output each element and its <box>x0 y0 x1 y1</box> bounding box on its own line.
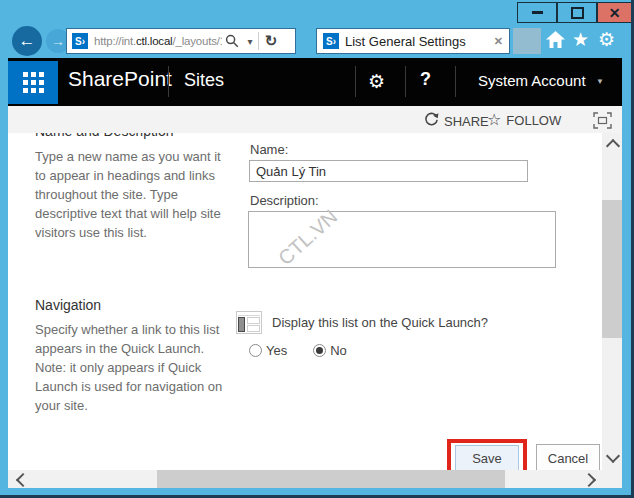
minimize-button[interactable] <box>517 2 557 23</box>
address-dropdown-caret-icon[interactable]: ▾ <box>242 29 258 53</box>
description-field-label: Description: <box>250 193 319 208</box>
focus-on-content-button[interactable] <box>593 112 612 133</box>
new-tab-button[interactable] <box>513 28 541 54</box>
radio-no-icon[interactable] <box>313 344 326 357</box>
radio-no-label: No <box>330 343 347 358</box>
follow-label: FOLLOW <box>506 113 561 128</box>
tab-close-icon[interactable]: ✕ <box>494 35 503 48</box>
name-input[interactable] <box>249 160 528 182</box>
home-icon[interactable] <box>546 31 565 52</box>
app-launcher-button[interactable] <box>8 61 58 104</box>
name-description-help-text: Type a new name as you want it to appear… <box>35 147 232 242</box>
suite-divider <box>405 66 406 97</box>
share-button[interactable]: SHARE <box>424 112 489 130</box>
back-arrow-icon: ← <box>19 31 36 51</box>
forward-arrow-icon: → <box>51 33 65 49</box>
tab-title: List General Settings <box>345 34 494 49</box>
radio-yes-label: Yes <box>266 343 287 358</box>
search-icon[interactable] <box>222 29 242 53</box>
section-heading-name-description: Name and Description <box>35 133 235 141</box>
url-subdomain: int. <box>121 35 136 47</box>
url-text[interactable]: http://int.ctl.local/_layouts/1 <box>94 35 222 47</box>
close-icon: ✕ <box>609 6 621 20</box>
browser-tab[interactable]: S› List General Settings ✕ <box>316 28 510 54</box>
radio-option-no[interactable]: No <box>313 343 347 358</box>
browser-settings-gear-icon[interactable]: ⚙ <box>598 28 615 51</box>
radio-option-yes[interactable]: Yes <box>249 343 287 358</box>
window-border-bottom <box>0 488 634 495</box>
url-domain: ctl.local <box>136 35 173 47</box>
section-heading-navigation: Navigation <box>35 297 101 313</box>
maximize-button[interactable] <box>557 2 597 23</box>
cancel-button[interactable]: Cancel <box>536 444 600 472</box>
quick-launch-icon <box>236 311 262 338</box>
close-button[interactable]: ✕ <box>597 2 632 23</box>
url-scheme: http:// <box>94 35 121 47</box>
follow-star-icon: ☆ <box>487 112 501 128</box>
suite-divider <box>168 66 169 97</box>
account-menu[interactable]: System Account <box>478 72 586 89</box>
radio-yes-icon[interactable] <box>249 344 262 357</box>
name-field-label: Name: <box>250 142 288 157</box>
save-button[interactable]: Save <box>455 445 519 471</box>
vertical-scrollbar-thumb[interactable] <box>602 200 622 338</box>
follow-button[interactable]: ☆ FOLLOW <box>487 112 561 128</box>
minimize-icon <box>532 11 543 14</box>
waffle-icon <box>23 72 44 93</box>
favorites-star-icon[interactable]: ★ <box>572 28 589 51</box>
help-button[interactable]: ? <box>420 69 431 90</box>
sharepoint-logo-icon: S› <box>72 33 88 49</box>
browser-window: ✕ ← → S› http://int.ctl.local/_layouts/1… <box>0 0 634 498</box>
description-textarea[interactable] <box>248 211 556 268</box>
account-caret-icon[interactable]: ▼ <box>596 77 604 86</box>
quick-launch-options: Yes No <box>249 343 347 358</box>
maximize-icon <box>571 7 584 19</box>
scrollbar-corner <box>602 470 622 488</box>
back-button[interactable]: ← <box>12 26 42 56</box>
settings-gear-icon[interactable]: ⚙ <box>368 70 385 93</box>
navigation-help-text: Specify whether a link to this list appe… <box>35 320 232 415</box>
address-bar[interactable]: S› http://int.ctl.local/_layouts/1 ▾ ↻ <box>66 28 296 54</box>
suite-divider <box>455 66 456 97</box>
quick-launch-question: Display this list on the Quick Launch? <box>272 315 488 330</box>
share-label: SHARE <box>444 114 489 129</box>
suite-divider <box>355 66 356 97</box>
horizontal-scrollbar-thumb[interactable] <box>157 470 505 488</box>
url-path: /_layouts/1 <box>172 35 222 47</box>
share-icon <box>424 112 439 130</box>
suitebar-sites-link[interactable]: Sites <box>184 70 224 91</box>
sharepoint-brand[interactable]: SharePoint <box>68 67 172 91</box>
refresh-icon[interactable]: ↻ <box>259 29 283 53</box>
tab-sharepoint-icon: S› <box>323 33 339 49</box>
